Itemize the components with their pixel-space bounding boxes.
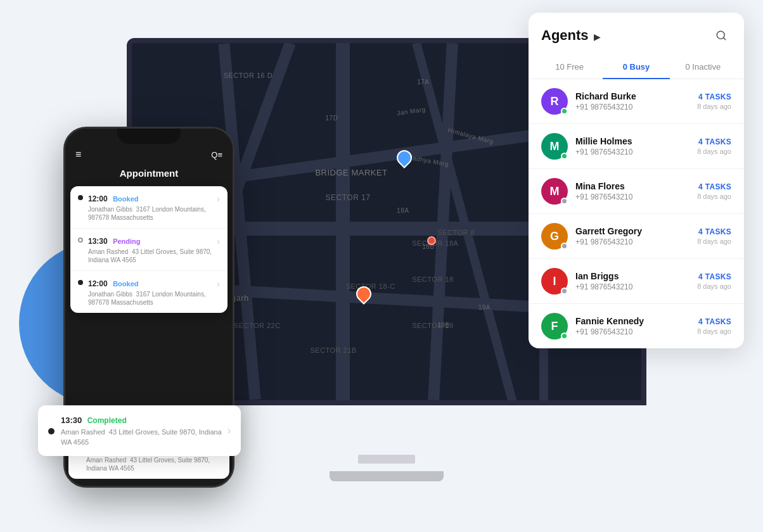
completed-content: 13:30 Completed Aman Rashed 43 Littel Gr… xyxy=(61,414,228,447)
agent-status-indicator xyxy=(561,198,568,205)
agent-item-mina-flores[interactable]: M Mina Flores +91 9876543210 4 TASKS 8 d… xyxy=(529,169,744,214)
appointment-dot xyxy=(78,195,83,200)
map-label: SECTOR 16 D xyxy=(224,72,272,79)
agent-name: Millie Holmes xyxy=(575,136,697,146)
tab-inactive[interactable]: 0 Inactive xyxy=(670,56,736,79)
agent-tasks-label: 4 TASKS xyxy=(697,92,731,101)
agent-info: Mina Flores +91 9876543210 xyxy=(575,181,697,201)
avatar-initial: I xyxy=(553,275,556,288)
appointment-status: Booked xyxy=(113,195,138,203)
map-label: 17D xyxy=(326,115,338,122)
agents-list: R Richard Burke +91 9876543210 4 TASKS 8… xyxy=(529,79,744,348)
agent-phone: +91 9876543210 xyxy=(575,148,697,156)
agent-item-ian-briggs[interactable]: I Ian Briggs +91 9876543210 4 TASKS 8 da… xyxy=(529,259,744,304)
agent-tasks-col: 4 TASKS 8 days ago xyxy=(697,272,731,290)
agent-item-millie-holmes[interactable]: M Millie Holmes +91 9876543210 4 TASKS 8… xyxy=(529,124,744,169)
agent-name: Mina Flores xyxy=(575,181,697,191)
agent-phone: +91 9876543210 xyxy=(575,327,697,336)
agent-avatar: M xyxy=(541,178,568,205)
appointment-item[interactable]: 13:30 Pending Aman Rashed 43 Littel Grov… xyxy=(70,229,228,271)
phone-search-icon: Q≡ xyxy=(211,150,222,160)
appointment-dot xyxy=(78,238,83,243)
agent-phone: +91 9876543210 xyxy=(575,238,697,246)
agent-phone: +91 9876543210 xyxy=(575,193,697,201)
agent-tasks-col: 4 TASKS 8 days ago xyxy=(697,317,731,335)
agents-tabs: 10 Free 0 Busy 0 Inactive xyxy=(529,56,744,79)
appointment-time: 12:00 xyxy=(88,279,108,288)
agent-phone: +91 9876543210 xyxy=(575,103,697,111)
agent-status-indicator xyxy=(561,332,568,339)
appointment-address: Jonathan Gibbs 3167 London Mountains, 98… xyxy=(88,205,214,222)
laptop-base xyxy=(330,471,444,481)
agent-tasks-label: 4 TASKS xyxy=(697,272,731,281)
agent-tasks-col: 4 TASKS 8 days ago xyxy=(697,227,731,245)
agent-avatar: I xyxy=(541,268,568,294)
agent-tasks-col: 4 TASKS 8 days ago xyxy=(697,182,731,200)
agents-title: Agents xyxy=(541,27,589,43)
agent-item-richard-burke[interactable]: R Richard Burke +91 9876543210 4 TASKS 8… xyxy=(529,79,744,124)
agent-avatar: M xyxy=(541,133,568,160)
tab-free[interactable]: 10 Free xyxy=(536,56,603,79)
agents-search-button[interactable] xyxy=(711,25,731,46)
agent-phone: +91 9876543210 xyxy=(575,282,697,291)
chevron-right-icon: › xyxy=(217,194,220,204)
appointment-content: 12:00 Booked Jonathan Gibbs 3167 London … xyxy=(88,277,214,307)
agent-avatar: F xyxy=(541,313,568,339)
map-label: SECTOR 18 xyxy=(412,276,453,283)
map-dot-red xyxy=(427,236,436,245)
agent-item-garrett-gregory[interactable]: G Garrett Gregory +91 9876543210 4 TASKS… xyxy=(529,214,744,259)
map-label: SECTOR 17 xyxy=(326,193,371,202)
completed-address: Aman Rashed 43 Littel Groves, Suite 9870… xyxy=(61,428,228,447)
agent-item-fannie-kennedy[interactable]: F Fannie Kennedy +91 9876543210 4 TASKS … xyxy=(529,304,744,348)
agent-tasks-label: 4 TASKS xyxy=(697,317,731,326)
chevron-right-icon: › xyxy=(217,236,220,246)
appointment-address: Aman Rashed 43 Littel Groves, Suite 9870… xyxy=(88,248,214,264)
appointment-status: Booked xyxy=(113,280,138,288)
agent-info: Fannie Kennedy +91 9876543210 xyxy=(575,316,697,336)
agent-status-indicator xyxy=(561,153,568,160)
appointment-time: 13:30 xyxy=(88,237,108,246)
completed-card[interactable]: 13:30 Completed Aman Rashed 43 Littel Gr… xyxy=(38,405,241,456)
agent-name: Ian Briggs xyxy=(575,271,697,281)
phone-menu-icon: ≡ xyxy=(75,149,81,160)
tab-busy[interactable]: 0 Busy xyxy=(603,56,669,79)
agent-status-indicator xyxy=(561,288,568,294)
agent-name: Garrett Gregory xyxy=(575,226,697,236)
agent-status-indicator xyxy=(561,243,568,250)
svg-line-1 xyxy=(723,37,725,39)
appointment-item[interactable]: 12:00 Booked Jonathan Gibbs 3167 London … xyxy=(70,186,228,229)
map-label: SECTOR 8 xyxy=(437,229,475,236)
agents-title-group: Agents ▶ xyxy=(541,27,601,44)
avatar-initial: M xyxy=(550,140,560,153)
appointment-content: 12:00 Booked Jonathan Gibbs 3167 London … xyxy=(88,193,214,222)
appointment-dot xyxy=(78,280,83,285)
map-pin-blue xyxy=(397,150,412,165)
map-pin-orange xyxy=(356,286,371,301)
appointment-address: Jonathan Gibbs 3167 London Mountains, 98… xyxy=(88,290,214,307)
map-label: 19A xyxy=(478,304,490,311)
appointment-content: 13:30 Pending Aman Rashed 43 Littel Grov… xyxy=(88,235,214,264)
appointment-item[interactable]: 12:00 Booked Jonathan Gibbs 3167 London … xyxy=(70,271,228,313)
agent-tasks-label: 4 TASKS xyxy=(697,137,731,146)
agent-name: Fannie Kennedy xyxy=(575,316,697,326)
appointments-list: 12:00 Booked Jonathan Gibbs 3167 London … xyxy=(70,186,228,313)
agent-tasks-time: 8 days ago xyxy=(697,148,731,155)
map-label: Jan Marg xyxy=(397,105,426,116)
avatar-initial: F xyxy=(551,320,558,333)
agent-tasks-label: 4 TASKS xyxy=(697,227,731,236)
agent-tasks-time: 8 days ago xyxy=(697,193,731,200)
laptop-stand-piece xyxy=(358,455,415,464)
agent-tasks-time: 8 days ago xyxy=(697,238,731,245)
map-label: 18A xyxy=(397,207,409,214)
agent-tasks-time: 8 days ago xyxy=(697,103,731,110)
map-label: SECTOR 21B xyxy=(310,346,356,354)
agent-name: Richard Burke xyxy=(575,91,697,101)
avatar-initial: M xyxy=(550,185,560,198)
agent-tasks-col: 4 TASKS 8 days ago xyxy=(697,92,731,110)
phone-notch xyxy=(117,129,181,144)
avatar-initial: R xyxy=(551,95,559,108)
map-label: 19B xyxy=(437,322,449,329)
map-label: BRIDGE MARKET xyxy=(315,168,387,177)
agent-info: Ian Briggs +91 9876543210 xyxy=(575,271,697,291)
chevron-right-icon: › xyxy=(228,425,231,436)
